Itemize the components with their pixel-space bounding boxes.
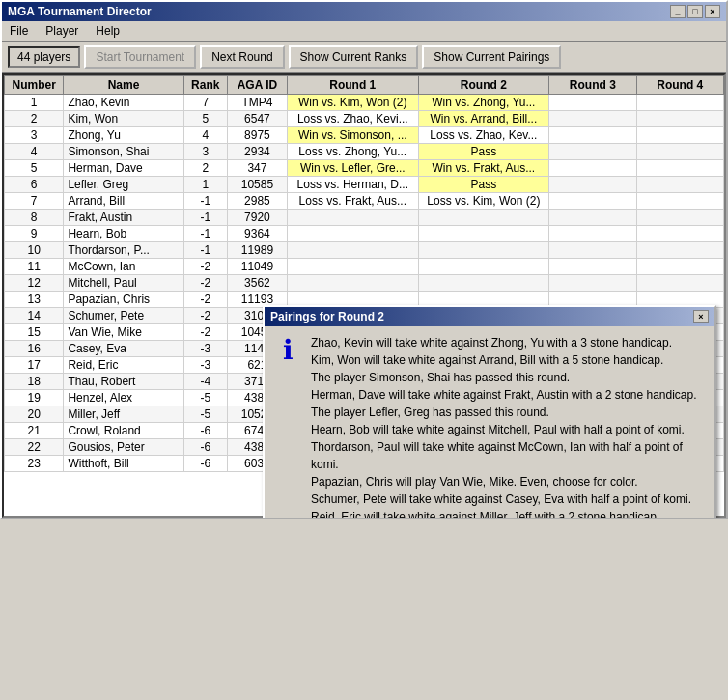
table-cell: Win vs. Lefler, Gre... [288,160,419,177]
table-cell [549,177,636,193]
table-cell: Win vs. Kim, Won (2) [288,95,419,111]
table-row: 11McCown, Ian-211049 [5,259,724,275]
table-cell [549,111,636,127]
table-row: 7Arrand, Bill-12985Loss vs. Frakt, Aus..… [5,193,724,210]
table-cell [288,226,419,242]
table-cell: -2 [183,308,227,324]
col-agaid: AGA ID [227,76,287,95]
table-cell: Crowl, Roland [64,423,183,439]
minimize-button[interactable]: _ [670,5,686,18]
table-cell [636,210,723,226]
table-cell: 19 [5,390,64,406]
table-cell: Win vs. Frakt, Aus... [418,160,549,177]
table-row: 12Mitchell, Paul-23562 [5,275,724,292]
table-cell [549,127,636,144]
table-cell: -1 [183,226,227,242]
menu-bar: File Player Help [2,21,726,42]
table-cell: 9364 [227,226,287,242]
table-cell [636,275,723,292]
dialog-title-bar: Pairings for Round 2 × [265,307,714,326]
table-cell [418,259,549,275]
table-cell: 5 [5,160,64,177]
table-cell: 21 [5,423,64,439]
dialog-close-button[interactable]: × [693,310,709,323]
show-ranks-button[interactable]: Show Current Ranks [289,45,419,69]
table-cell: -1 [183,242,227,259]
table-cell: Kim, Won [64,111,183,127]
info-icon: ℹ [272,334,303,518]
table-cell [549,144,636,160]
table-cell: Henzel, Alex [64,390,183,406]
table-cell: Hearn, Bob [64,226,183,242]
col-round3: Round 3 [549,76,636,95]
table-cell [636,144,723,160]
table-cell: Win vs. Arrand, Bill... [418,111,549,127]
player-count: 44 players [8,46,80,68]
table-cell: -5 [183,390,227,406]
dialog-line: Papazian, Chris will play Van Wie, Mike.… [311,473,707,490]
menu-help[interactable]: Help [92,23,124,39]
start-tournament-button[interactable]: Start Tournament [84,45,196,69]
table-cell [418,242,549,259]
table-cell [636,226,723,242]
table-row: 1Zhao, Kevin7TMP4Win vs. Kim, Won (2)Win… [5,95,724,111]
menu-player[interactable]: Player [42,23,82,39]
table-cell: Simonson, Shai [64,144,183,160]
table-cell [418,226,549,242]
table-cell: 8 [5,210,64,226]
table-cell: 22 [5,439,64,456]
table-cell: Loss vs. Frakt, Aus... [288,193,419,210]
table-cell: 3 [183,144,227,160]
table-cell: Witthoft, Bill [64,456,183,472]
close-window-button[interactable]: × [705,5,720,18]
table-wrapper: Number Name Rank AGA ID Round 1 Round 2 … [2,73,726,518]
table-cell: 15 [5,324,64,341]
table-cell [549,160,636,177]
window-title: MGA Tournament Director [8,5,152,18]
table-cell [636,95,723,111]
table-row: 4Simonson, Shai32934Loss vs. Zhong, Yu..… [5,144,724,160]
maximize-button[interactable]: □ [687,5,703,18]
table-cell [636,193,723,210]
table-cell: Van Wie, Mike [64,324,183,341]
table-cell: -6 [183,456,227,472]
col-name: Name [64,76,183,95]
col-round4: Round 4 [636,76,723,95]
show-pairings-button[interactable]: Show Current Pairings [422,45,561,69]
table-row: 10Thordarson, P...-111989 [5,242,724,259]
dialog-line: Reid, Eric will take white against Mille… [311,508,707,518]
dialog-line: Kim, Won will take white against Arrand,… [311,351,707,369]
table-cell [288,210,419,226]
table-cell: Loss vs. Herman, D... [288,177,419,193]
table-cell: 13 [5,292,64,308]
table-row: 2Kim, Won56547Loss vs. Zhao, Kevi...Win … [5,111,724,127]
table-cell [636,177,723,193]
table-cell: 16 [5,341,64,357]
table-cell: Arrand, Bill [64,193,183,210]
table-cell: -2 [183,292,227,308]
table-cell: 5 [183,111,227,127]
table-row: 6Lefler, Greg110585Loss vs. Herman, D...… [5,177,724,193]
table-cell: 9 [5,226,64,242]
table-cell: 2 [5,111,64,127]
menu-file[interactable]: File [6,23,32,39]
table-cell: Thau, Robert [64,374,183,390]
table-cell: 10585 [227,177,287,193]
table-row: 5Herman, Dave2347Win vs. Lefler, Gre...W… [5,160,724,177]
table-cell: Frakt, Austin [64,210,183,226]
table-cell [549,259,636,275]
table-cell: 20 [5,406,64,423]
table-cell: Thordarson, P... [64,242,183,259]
table-cell: 3562 [227,275,287,292]
title-bar: MGA Tournament Director _ □ × [2,2,726,21]
table-cell: -6 [183,439,227,456]
col-round2: Round 2 [418,76,549,95]
table-cell: Pass [418,177,549,193]
col-number: Number [5,76,64,95]
table-cell [549,210,636,226]
pairings-dialog: Pairings for Round 2 × ℹ Zhao, Kevin wil… [263,305,716,518]
dialog-line: Thordarson, Paul will take white against… [311,438,707,473]
next-round-button[interactable]: Next Round [200,45,284,69]
table-cell [549,226,636,242]
table-cell [288,275,419,292]
